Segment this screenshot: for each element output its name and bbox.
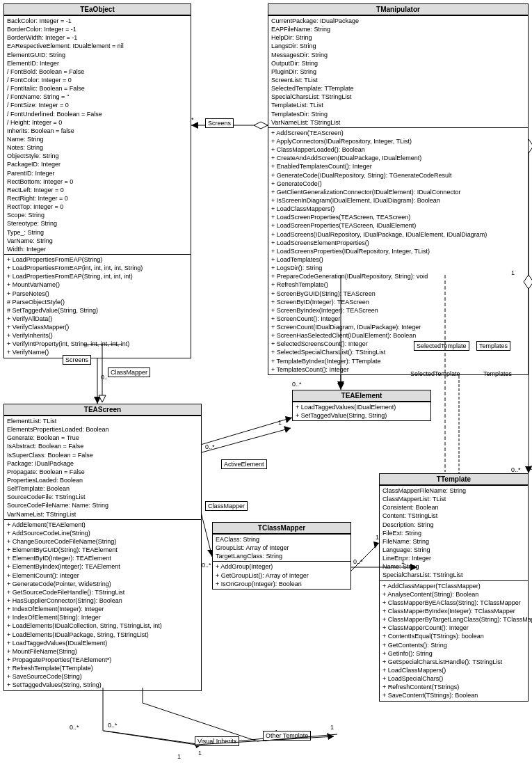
TEaObject-attrs: BackColor: Integer = -1 BorderColor: Int… [4, 15, 191, 254]
svg-marker-16 [373, 541, 379, 548]
svg-marker-37 [99, 395, 106, 402]
svg-marker-39 [337, 381, 344, 388]
TManipulator-methods: + AddScreen(TEAScreen) + ApplyConnectors… [268, 127, 528, 374]
TClassMapper-methods: + AddGroup(Integer) + GetGroupList(): Ar… [213, 561, 350, 588]
svg-line-7 [198, 418, 292, 445]
TTemplate-title: TTemplate [380, 474, 528, 485]
TEAScreen-methods: + AddElement(TEAElement) + AddSourceCode… [4, 519, 201, 690]
TTemplate-methods: + AddClassMapper(TClassMapper) + Analyse… [380, 580, 528, 701]
svg-marker-50 [284, 426, 291, 433]
svg-line-58 [103, 731, 196, 745]
TClassMapper-box: TClassMapper EAClass: String GroupList: … [212, 522, 351, 590]
TManipulator-box: TManipulator CurrentPackage: IDualPackag… [268, 3, 529, 375]
svg-line-15 [351, 543, 379, 571]
svg-text:0..*: 0..* [70, 724, 79, 731]
TClassMapper-attrs: EAClass: String GroupList: Array of Inte… [213, 534, 350, 561]
TTemplate-box: TTemplate ClassMapperFileName: String Cl… [379, 473, 529, 702]
classmapper-label-1: ClassMapper [108, 367, 150, 377]
svg-marker-4 [94, 397, 101, 404]
TEAScreen-title: TEAScreen [4, 404, 201, 416]
selected-template-label: SelectedTemplate [414, 341, 469, 351]
svg-marker-8 [285, 416, 292, 423]
svg-line-41 [143, 703, 257, 741]
TEAScreen-attrs: ElementList: TList ElementsPropertiesLoa… [4, 416, 201, 519]
diagram: 0..* 1 0..* 0..* 0..* 1 1 0..* 1 0..* 1 … [0, 0, 532, 783]
screens-label-1: Screens [205, 118, 234, 128]
svg-text:0..*: 0..* [353, 558, 363, 565]
svg-marker-60 [327, 733, 334, 740]
svg-text:0..*: 0..* [292, 381, 302, 388]
svg-line-49 [202, 428, 291, 452]
TEAElement-methods: + LoadTaggedValues(IDualElement) + SetTa… [293, 402, 430, 420]
svg-text:0..*: 0..* [511, 466, 521, 473]
TManipulator-title: TManipulator [268, 4, 528, 15]
svg-text:0..*: 0..* [205, 443, 215, 450]
TEaObject-box: TEaObject BackColor: Integer = -1 Border… [3, 3, 191, 358]
TTemplate-attrs: ClassMapperFileName: String ClassMapperL… [380, 485, 528, 580]
svg-marker-10 [337, 383, 344, 390]
TManipulator-attrs: CurrentPackage: IDualPackage EAPFileName… [268, 15, 528, 127]
TEAScreen-box: TEAScreen ElementList: TList ElementsPro… [3, 404, 202, 691]
svg-text:1: 1 [330, 724, 334, 731]
svg-text:0..*: 0..* [108, 722, 118, 729]
svg-marker-2 [191, 122, 198, 129]
TEaObject-title: TEaObject [4, 4, 191, 15]
visual-inherits-label: Visual Inherits [195, 736, 239, 746]
svg-text:1: 1 [177, 753, 181, 760]
screens-label-2: Screens [63, 355, 91, 365]
svg-text:0..*: 0..* [202, 562, 211, 569]
TEAElement-title: TEAElement [293, 390, 430, 402]
other-template-label: Other Template [263, 731, 311, 741]
svg-marker-1 [254, 122, 268, 129]
svg-text:1: 1 [339, 381, 343, 388]
svg-text:1: 1 [278, 419, 282, 426]
TEaObject-methods: + LoadPropertiesFromEAP(String) + LoadPr… [4, 254, 191, 358]
svg-line-17 [104, 731, 202, 745]
classmapper-label-2: ClassMapper [205, 501, 248, 511]
active-element-label: ActiveElement [221, 459, 267, 469]
svg-marker-13 [525, 466, 532, 473]
svg-text:1: 1 [198, 750, 202, 757]
TEAElement-box: TEAElement + LoadTaggedValues(IDualEleme… [292, 390, 431, 421]
templates-label: Templates [476, 341, 510, 351]
TClassMapper-title: TClassMapper [213, 523, 350, 534]
